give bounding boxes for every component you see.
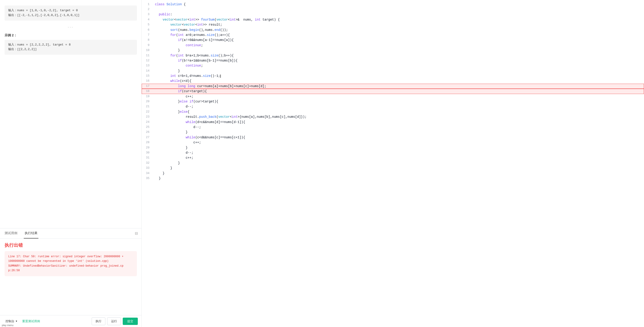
line-number-1: 1 <box>142 2 153 7</box>
line-content-2 <box>153 7 644 12</box>
code-line-12: 12 if(b!=a+1&&nums[b-1]==nums[b]){ <box>142 58 644 63</box>
code-line-20: 20 }else if(cur>target){ <box>142 99 644 104</box>
line-number-21: 21 <box>142 104 153 109</box>
example1-output: 输出：[[-2,-1,1,2],[-2,0,0,2],[-1,0,0,1]] <box>8 13 133 18</box>
line-number-7: 7 <box>142 33 153 38</box>
cursor <box>220 75 221 78</box>
submit-button[interactable]: 提交 <box>123 318 138 325</box>
line-number-24: 24 <box>142 120 153 125</box>
code-line-17: 17 long long cur=nums[a]+nums[b]+nums[c]… <box>142 84 644 89</box>
code-line-28: 28 c++; <box>142 140 644 145</box>
line-number-2: 2 <box>142 7 153 12</box>
code-line-2: 2 <box>142 7 644 12</box>
code-editor[interactable]: 1class Solution {23 public:4 vector<vect… <box>142 0 644 327</box>
line-content-35: } <box>153 176 644 181</box>
line-number-29: 29 <box>142 145 153 150</box>
line-content-22: }else{ <box>153 109 644 114</box>
line-number-23: 23 <box>142 114 153 119</box>
debug-button[interactable]: 执行 <box>92 317 105 325</box>
line-content-9: continue; <box>153 43 644 48</box>
line-content-20: }else if(cur>target){ <box>153 99 644 104</box>
code-line-30: 30 d--; <box>142 150 644 155</box>
line-content-13: continue; <box>153 63 644 68</box>
line-number-30: 30 <box>142 150 153 155</box>
line-content-12: if(b!=a+1&&nums[b-1]==nums[b]){ <box>153 58 644 63</box>
code-line-10: 10 } <box>142 48 644 53</box>
code-line-29: 29 } <box>142 145 644 150</box>
example2-block: 输入：nums = [2,2,2,2,2], target = 8 输出：[[2… <box>4 40 137 55</box>
code-line-24: 24 while(d>c&&nums[d]==nums[d-1]){ <box>142 120 644 125</box>
code-line-5: 5 vector<vector<int>> result; <box>142 22 644 27</box>
line-number-35: 35 <box>142 176 153 181</box>
line-content-16: while(c<d){ <box>153 78 644 84</box>
bottom-bar: 控制台 ▼ 重置测试用例 执行 运行 提交 <box>0 315 142 327</box>
expand-icon[interactable]: ⊟ <box>135 231 138 235</box>
line-content-5: vector<vector<int>> result; <box>153 22 644 27</box>
code-line-15: 15 int c=b+1,d=nums.size()-1; <box>142 73 644 78</box>
line-content-15: int c=b+1,d=nums.size()-1; <box>153 73 644 78</box>
line-content-30: d--; <box>153 150 644 155</box>
line-number-25: 25 <box>142 125 153 130</box>
line-content-21: d--; <box>153 104 644 109</box>
line-number-33: 33 <box>142 166 153 171</box>
line-number-8: 8 <box>142 38 153 43</box>
test-result-tabs: 测试用例 执行结果 ⊟ 执行出错 Line 17: Char 50: runti… <box>0 228 142 315</box>
reset-testcase-button[interactable]: 重置测试用例 <box>22 319 40 323</box>
line-number-11: 11 <box>142 53 153 58</box>
line-content-11: for(int b=a+1;b<nums.size();b++){ <box>153 53 644 58</box>
run-button[interactable]: 运行 <box>107 317 121 325</box>
code-line-31: 31 c++; <box>142 155 644 160</box>
code-line-11: 11 for(int b=a+1;b<nums.size();b++){ <box>142 53 644 58</box>
line-number-34: 34 <box>142 171 153 176</box>
code-line-19: 19 c++; <box>142 94 644 99</box>
line-content-4: vector<vector<int>> fourSum(vector<int>&… <box>153 17 644 22</box>
line-content-28: c++; <box>153 140 644 145</box>
left-panel: 输入：nums = [1,0,-1,0,-2,2], target = 0 输出… <box>0 0 142 327</box>
line-number-4: 4 <box>142 17 153 22</box>
line-content-17: long long cur=nums[a]+nums[b]+nums[c]+nu… <box>153 84 644 89</box>
code-line-27: 27 while(c<d&&nums[c]==nums[c+1]){ <box>142 135 644 140</box>
line-number-10: 10 <box>142 48 153 53</box>
main-container: 输入：nums = [1,0,-1,0,-2,2], target = 0 输出… <box>0 0 644 327</box>
example1-block: 输入：nums = [1,0,-1,0,-2,2], target = 0 输出… <box>4 6 137 21</box>
line-content-1: class Solution { <box>153 2 644 7</box>
line-number-32: 32 <box>142 161 153 166</box>
code-line-35: 35 } <box>142 176 644 181</box>
line-content-23: result.push_back(vector<int>{nums[a],num… <box>153 114 644 119</box>
test-content: 执行出错 Line 17: Char 50: runtime error: si… <box>0 238 142 315</box>
line-content-6: sort(nums.begin(),nums.end()); <box>153 28 644 33</box>
console-label: 控制台 <box>6 319 14 323</box>
line-number-3: 3 <box>142 12 153 17</box>
code-line-25: 25 d--; <box>142 125 644 130</box>
line-content-10: } <box>153 48 644 53</box>
code-line-4: 4 vector<vector<int>> fourSum(vector<int… <box>142 17 644 22</box>
line-number-19: 19 <box>142 94 153 99</box>
line-number-13: 13 <box>142 63 153 68</box>
example2-output: 输出：[[2,2,2,2]] <box>8 47 133 52</box>
line-number-9: 9 <box>142 43 153 48</box>
tab-testcase[interactable]: 测试用例 <box>4 228 18 238</box>
example2-input: 输入：nums = [2,2,2,2,2], target = 8 <box>8 43 133 47</box>
error-title: 执行出错 <box>4 242 137 248</box>
line-content-19: c++; <box>153 94 644 99</box>
tabs-header: 测试用例 执行结果 ⊟ <box>0 228 142 238</box>
code-line-6: 6 sort(nums.begin(),nums.end()); <box>142 28 644 33</box>
line-number-31: 31 <box>142 155 153 160</box>
tab-result[interactable]: 执行结果 <box>24 228 38 238</box>
line-number-18: 18 <box>142 89 153 94</box>
line-number-6: 6 <box>142 28 153 33</box>
code-line-8: 8 if(a!=0&&nums[a-1]==nums[a]){ <box>142 38 644 43</box>
code-line-23: 23 result.push_back(vector<int>{nums[a],… <box>142 114 644 119</box>
line-content-14: } <box>153 68 644 73</box>
line-content-32: } <box>153 161 644 166</box>
code-line-32: 32 } <box>142 161 644 166</box>
code-line-26: 26 } <box>142 130 644 135</box>
line-number-17: 17 <box>142 84 153 89</box>
code-line-3: 3 public: <box>142 12 644 17</box>
line-content-33: } <box>153 166 644 171</box>
example1-input: 输入：nums = [1,0,-1,0,-2,2], target = 0 <box>8 8 133 13</box>
divider-dots: ... <box>4 23 137 30</box>
line-content-3: public: <box>153 12 644 17</box>
line-number-5: 5 <box>142 22 153 27</box>
line-content-24: while(d>c&&nums[d]==nums[d-1]){ <box>153 120 644 125</box>
